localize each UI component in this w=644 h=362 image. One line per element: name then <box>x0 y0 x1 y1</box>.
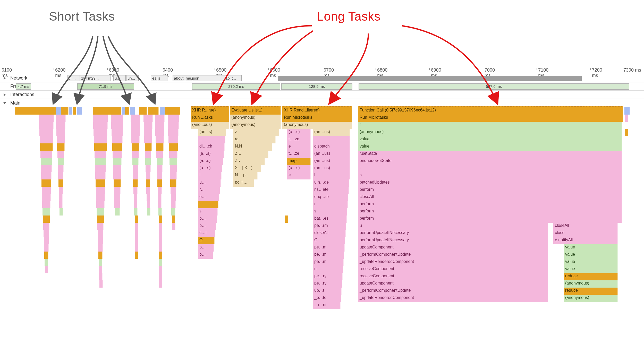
flame-frame[interactable]: value <box>358 136 622 143</box>
flame-frame[interactable]: s <box>198 208 218 216</box>
flame-frame[interactable]: b… <box>198 216 217 223</box>
flame-frame[interactable] <box>40 151 53 158</box>
flame-frame[interactable] <box>133 179 138 187</box>
flame-frame[interactable] <box>96 201 104 208</box>
flame-frame[interactable] <box>135 252 138 259</box>
flame-frame[interactable] <box>171 187 176 194</box>
flame-frame[interactable] <box>159 266 162 273</box>
flame-frame[interactable]: perform <box>358 208 622 216</box>
flame-frame[interactable] <box>626 107 630 115</box>
flame-frame[interactable] <box>132 158 139 165</box>
flame-frame[interactable] <box>39 115 54 122</box>
flame-frame[interactable] <box>58 172 63 179</box>
flame-frame[interactable]: X…) X…) <box>233 165 261 172</box>
flame-frame[interactable] <box>96 194 105 201</box>
flame-frame[interactable]: O <box>313 237 345 244</box>
flame-frame[interactable]: pe…m <box>313 252 344 259</box>
flame-frame[interactable] <box>145 151 151 158</box>
flame-frame-header[interactable]: (anonymous) <box>230 122 281 129</box>
frame-bar[interactable]: 4.7 ms <box>16 83 31 90</box>
flame-frame[interactable]: u <box>358 223 548 230</box>
flame-frame[interactable] <box>42 187 51 194</box>
network-request-bar[interactable]: es.js <box>151 75 167 81</box>
flame-frame[interactable] <box>169 151 178 158</box>
flame-frame[interactable] <box>98 230 104 237</box>
flame-frame[interactable] <box>57 151 64 158</box>
flame-frame[interactable]: e.notifyAll <box>553 237 618 244</box>
flame-frame[interactable]: Z.D <box>233 151 268 158</box>
flame-frame[interactable] <box>59 201 63 208</box>
flame-frame[interactable] <box>159 252 162 259</box>
flame-frame[interactable]: Z.v <box>233 158 265 165</box>
flame-frame[interactable]: _performComponentUpdate <box>358 252 548 259</box>
collapse-icon[interactable] <box>3 102 6 104</box>
flame-frame[interactable]: bat…es <box>313 216 347 223</box>
flame-frame[interactable] <box>60 208 63 216</box>
flame-frame[interactable]: (anonymous) <box>564 280 618 288</box>
flame-frame[interactable]: _ <box>313 136 350 143</box>
flame-frame[interactable]: closeAll <box>553 223 618 230</box>
flame-frame[interactable] <box>146 187 150 194</box>
network-request-bar[interactable] <box>278 76 582 81</box>
flame-frame[interactable]: p… <box>198 223 216 230</box>
flame-frame[interactable] <box>40 136 53 143</box>
task-bar[interactable] <box>125 107 129 115</box>
flame-frame[interactable] <box>156 151 163 158</box>
flame-frame[interactable] <box>58 179 63 187</box>
flame-frame[interactable] <box>44 237 49 244</box>
flame-frame[interactable]: closeAll <box>313 230 346 237</box>
flame-frame[interactable] <box>135 237 138 244</box>
flame-frame[interactable] <box>135 230 138 237</box>
flame-frame[interactable] <box>159 230 162 237</box>
flame-frame[interactable] <box>285 216 288 223</box>
flame-frame[interactable] <box>42 194 51 201</box>
task-bar[interactable] <box>73 107 76 115</box>
flame-frame[interactable] <box>157 158 163 165</box>
flame-frame[interactable] <box>145 158 151 165</box>
flame-frame[interactable] <box>158 194 162 201</box>
flame-frame[interactable] <box>147 194 150 201</box>
flame-frame[interactable] <box>159 273 162 280</box>
flame-frame[interactable] <box>159 244 162 252</box>
flame-frame[interactable]: r <box>313 201 348 208</box>
flame-frame[interactable]: updateComponent <box>358 244 548 252</box>
flame-frame[interactable]: dispatch <box>313 143 350 151</box>
flame-frame[interactable] <box>41 158 52 165</box>
task-bar[interactable] <box>69 107 72 115</box>
flame-frame[interactable] <box>43 216 50 223</box>
flame-frame[interactable] <box>99 273 103 280</box>
flame-frame[interactable]: rc <box>233 136 276 143</box>
flame-frame[interactable]: map <box>287 158 311 165</box>
flame-frame[interactable] <box>170 172 177 179</box>
flame-frame[interactable] <box>57 136 65 143</box>
flame-frame[interactable] <box>114 179 121 187</box>
flame-frame[interactable]: batchedUpdates <box>358 179 622 187</box>
flame-frame[interactable] <box>146 179 150 187</box>
flame-frame[interactable]: s <box>358 172 622 179</box>
frame-bar[interactable]: 128.5 ms <box>281 83 352 90</box>
frame-bar[interactable]: 71.9 ms <box>77 83 134 90</box>
flame-frame[interactable] <box>43 223 50 230</box>
flame-frame[interactable] <box>157 165 163 172</box>
network-request-bar[interactable]: about_me.json <box>173 75 224 81</box>
flame-frame[interactable] <box>131 122 140 129</box>
flame-frame[interactable]: enqueueSetState <box>358 158 622 165</box>
flame-frame[interactable]: c…l <box>198 230 215 237</box>
flame-frame[interactable]: close <box>553 230 618 237</box>
flame-frame[interactable] <box>56 122 65 129</box>
flame-frame[interactable] <box>43 208 50 216</box>
flame-frame[interactable]: (a…s) <box>287 165 311 172</box>
flame-frame[interactable] <box>172 216 175 223</box>
flame-frame[interactable]: pe…rm <box>313 223 346 230</box>
flame-frame[interactable] <box>134 208 138 216</box>
flame-frame[interactable]: r <box>358 122 622 129</box>
task-bar[interactable] <box>93 107 121 115</box>
flame-frame[interactable]: t….ze <box>287 151 311 158</box>
frame-bar[interactable]: 537.6 ms <box>359 83 629 90</box>
flame-frame[interactable] <box>156 136 164 143</box>
flame-frame[interactable] <box>171 194 176 201</box>
flame-frame[interactable] <box>98 237 103 244</box>
flame-frame[interactable]: _updateRenderedComponent <box>358 295 548 302</box>
flame-frame[interactable] <box>95 165 106 172</box>
flame-frame[interactable] <box>157 179 162 187</box>
